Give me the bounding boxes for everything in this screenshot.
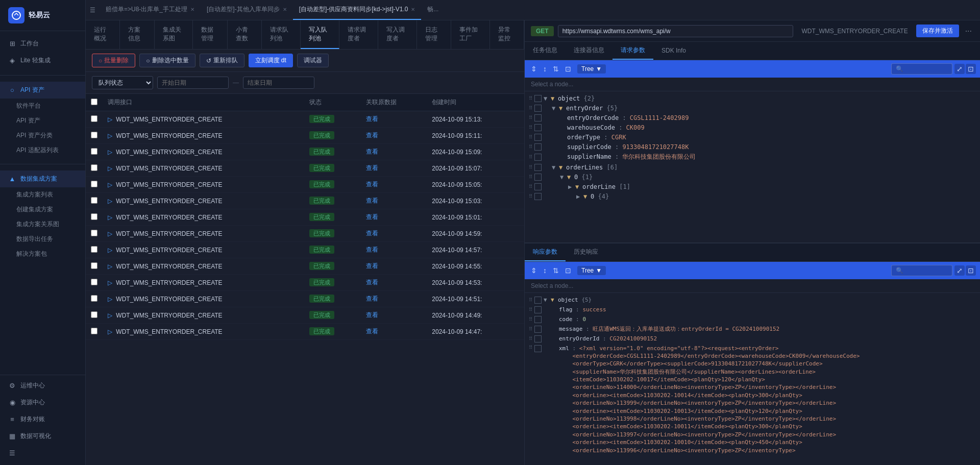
save-activate-btn[interactable]: 保存并激活	[916, 25, 959, 37]
sidebar-item-create-solution[interactable]: 创建集成方案	[0, 202, 85, 217]
drag-handle[interactable]: ⠿	[529, 345, 532, 350]
drag-handle[interactable]: ⠿	[529, 125, 532, 130]
node-checkbox[interactable]	[534, 105, 542, 112]
row-related[interactable]: 查看	[361, 177, 427, 193]
view-related-link[interactable]: 查看	[366, 230, 378, 237]
tab-connector[interactable]: 连接器信息	[566, 42, 612, 60]
resp-expand-all-btn[interactable]: ⇕	[529, 265, 539, 276]
row-select-checkbox[interactable]	[91, 262, 97, 269]
node-checkbox[interactable]	[534, 164, 542, 171]
tree-node[interactable]: ⠿code : 0	[525, 314, 980, 324]
tree-toggle[interactable]: ▼	[544, 95, 551, 102]
sub-nav-exception[interactable]: 异常监控	[490, 20, 524, 49]
sub-nav-info[interactable]: 方案信息	[120, 20, 154, 49]
drag-handle[interactable]: ⠿	[529, 95, 532, 101]
tree-node[interactable]: ⠿entryOrderId : CG202410090152	[525, 334, 980, 344]
view-related-link[interactable]: 查看	[366, 295, 378, 302]
sub-nav-qingcha[interactable]: 小青查数	[228, 20, 262, 49]
tree-expand-btn[interactable]: ⤢	[954, 64, 965, 74]
node-checkbox[interactable]	[534, 143, 542, 151]
drag-handle[interactable]: ⠿	[529, 154, 532, 160]
more-options-btn[interactable]: ···	[963, 27, 974, 36]
node-checkbox[interactable]	[534, 134, 542, 141]
row-select-checkbox[interactable]	[91, 164, 97, 171]
sub-nav-write-scheduler[interactable]: 写入调度者	[378, 20, 417, 49]
re-queue-btn[interactable]: ↺ 重新排队	[200, 54, 244, 67]
select-all-checkbox[interactable]	[91, 99, 97, 105]
row-checkbox[interactable]	[86, 275, 103, 291]
view-related-link[interactable]: 查看	[366, 148, 378, 155]
node-expand[interactable]: ▼	[559, 164, 566, 171]
row-checkbox[interactable]	[86, 128, 103, 144]
sidebar-item-api-adapter[interactable]: API 适配器列表	[0, 143, 85, 158]
delete-selected-btn[interactable]: ○ 删除选中数量	[139, 54, 195, 67]
row-related[interactable]: 查看	[361, 307, 427, 324]
sidebar-item-api-category[interactable]: API 资产分类	[0, 128, 85, 143]
tree-toggle[interactable]: ▼	[544, 297, 551, 303]
row-related[interactable]: 查看	[361, 128, 427, 144]
collapse-all-btn[interactable]: ↕	[541, 64, 549, 74]
resp-tree-search-input[interactable]	[891, 265, 952, 276]
row-select-checkbox[interactable]	[91, 197, 97, 204]
drag-handle[interactable]: ⠿	[529, 297, 532, 303]
tree-type-selector[interactable]: Tree ▼	[577, 64, 606, 74]
view-related-link[interactable]: 查看	[366, 115, 378, 123]
view-related-link[interactable]: 查看	[366, 246, 378, 253]
row-select-checkbox[interactable]	[91, 311, 97, 318]
row-related[interactable]: 查看	[361, 160, 427, 177]
row-related[interactable]: 查看	[361, 242, 427, 258]
end-date-input[interactable]	[243, 77, 314, 89]
filter-btn[interactable]: ⊡	[563, 64, 573, 74]
drag-handle[interactable]: ⠿	[529, 326, 532, 332]
sidebar-item-software[interactable]: 软件平台	[0, 99, 85, 113]
sub-nav-write-pool[interactable]: 写入队列池	[301, 20, 339, 49]
node-checkbox[interactable]	[534, 95, 542, 102]
view-related-link[interactable]: 查看	[366, 164, 378, 172]
sidebar-item-data-integration[interactable]: ▲ 数据集成方案	[0, 170, 85, 187]
row-related[interactable]: 查看	[361, 193, 427, 209]
row-select-checkbox[interactable]	[91, 213, 97, 220]
row-checkbox[interactable]	[86, 307, 103, 324]
tree-search-input[interactable]	[891, 63, 952, 75]
node-checkbox[interactable]	[534, 345, 542, 352]
row-select-checkbox[interactable]	[91, 328, 97, 334]
response-tab-history[interactable]: 历史响应	[566, 243, 606, 261]
row-select-checkbox[interactable]	[91, 246, 97, 253]
tree-node[interactable]: ⠿orderType : CGRK	[525, 132, 980, 142]
start-date-input[interactable]	[157, 77, 229, 89]
sort-btn[interactable]: ⇅	[551, 64, 561, 74]
tab-2[interactable]: [自动差型]-供应商资料同步[kd->jst]-V1.0 ✕	[293, 1, 422, 20]
tree-node[interactable]: ⠿message : 旺店通WMS返回：入库单提送成功：entryOrderId…	[525, 324, 980, 334]
row-checkbox[interactable]	[86, 226, 103, 242]
row-related[interactable]: 查看	[361, 258, 427, 275]
row-checkbox[interactable]	[86, 258, 103, 275]
tree-toggle[interactable]: ▶	[568, 183, 575, 190]
resp-sort-btn[interactable]: ⇅	[551, 265, 561, 276]
sidebar-item-workspace[interactable]: ⊞ 工作台	[0, 35, 85, 52]
row-checkbox[interactable]	[86, 324, 103, 340]
node-checkbox[interactable]	[534, 154, 542, 161]
row-checkbox[interactable]	[86, 177, 103, 193]
tree-node[interactable]: ⠿▼▼object {5}	[525, 295, 980, 305]
tree-node[interactable]: ⠿▼▼orderLines [6]	[525, 162, 980, 172]
node-expand[interactable]: ▼	[551, 95, 558, 102]
drag-handle[interactable]: ⠿	[529, 193, 532, 199]
tab-0[interactable]: 赔偿单=>U8-出库单_手工处理 ✕	[100, 1, 201, 20]
tab-close-0[interactable]: ✕	[190, 7, 194, 12]
sidebar-item-solution-pkg[interactable]: 解决方案包	[0, 247, 85, 261]
node-checkbox[interactable]	[534, 316, 542, 323]
drag-handle[interactable]: ⠿	[529, 105, 532, 111]
tab-request-params[interactable]: 请求参数	[612, 42, 653, 60]
resp-expand-btn[interactable]: ⤢	[954, 265, 965, 276]
view-related-link[interactable]: 查看	[366, 311, 378, 319]
node-expand[interactable]: ▼	[551, 297, 558, 303]
view-related-link[interactable]: 查看	[366, 197, 378, 204]
row-select-checkbox[interactable]	[91, 295, 97, 302]
resp-fullscreen-btn[interactable]: ⊡	[966, 265, 976, 276]
tab-sdk[interactable]: SDK Info	[653, 43, 694, 59]
node-expand[interactable]: ▼	[559, 105, 566, 112]
tree-node[interactable]: ⠿flag : success	[525, 305, 980, 314]
row-select-checkbox[interactable]	[91, 279, 97, 285]
tree-node[interactable]: ⠿entryOrderCode : CGSL1111-2402989	[525, 113, 980, 123]
sidebar-item-more[interactable]: ☰	[0, 445, 85, 461]
